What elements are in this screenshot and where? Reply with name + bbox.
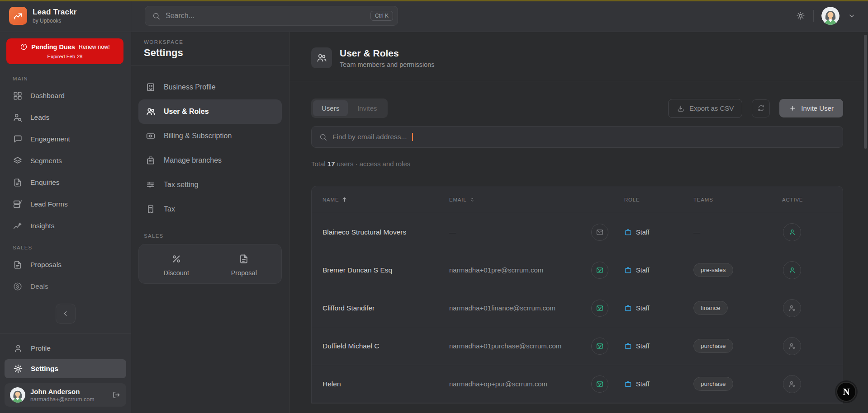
banner-expiry: Expired Feb 28	[11, 54, 119, 59]
sidebar-item-leads[interactable]: Leads	[0, 107, 131, 128]
cell-name: Duffield Michael C	[312, 342, 449, 350]
forms-icon	[13, 199, 23, 209]
settings-item-proposal[interactable]: Proposal	[210, 253, 278, 277]
settings-item-billing[interactable]: Billing & Subscription	[138, 124, 282, 148]
tab-users[interactable]: Users	[313, 100, 348, 116]
tab-invites[interactable]: Invites	[349, 100, 385, 116]
proposals-icon	[13, 260, 23, 270]
active-toggle[interactable]	[783, 299, 801, 317]
user-inactive-icon	[788, 380, 797, 388]
app-title: Lead Trackr	[33, 8, 77, 17]
text-caret	[412, 133, 413, 141]
global-search-input[interactable]: Search... Ctrl K	[145, 6, 398, 26]
file-icon	[13, 178, 23, 188]
cell-name: Bremer Duncan S Esq	[312, 266, 449, 274]
topbar-divider	[813, 10, 814, 22]
sidebar-item-deals[interactable]: Deals	[0, 276, 131, 297]
table-header: NAME EMAIL ROLE TEAMS ACTIVE	[312, 186, 843, 213]
settings-item-tax[interactable]: Tax	[138, 197, 282, 221]
refresh-icon	[757, 104, 765, 113]
theme-toggle-button[interactable]	[796, 11, 806, 21]
invite-user-button[interactable]: Invite User	[779, 99, 843, 117]
chat-icon	[13, 134, 23, 144]
search-icon	[152, 12, 161, 20]
sidebar-item-engagement[interactable]: Engagement	[0, 128, 131, 150]
table-row[interactable]: Clifford Standifer narmadha+01finance@sc…	[312, 289, 843, 327]
briefcase-icon	[624, 342, 632, 350]
email-status-icon[interactable]	[591, 224, 608, 241]
column-header-name[interactable]: NAME	[312, 196, 449, 203]
mail-verified-icon	[596, 304, 604, 312]
vertical-scrollbar[interactable]	[864, 35, 867, 149]
table-row[interactable]: Helen narmadha+op+pur@scrrum.com Staff p…	[312, 365, 843, 403]
tabs: Users Invites	[311, 99, 388, 118]
cell-role-text: Staff	[636, 229, 650, 236]
column-header-active: ACTIVE	[778, 197, 843, 202]
cell-email-text: narmadha+op+pur@scrrum.com	[449, 380, 547, 388]
topbar-avatar[interactable]	[821, 7, 840, 25]
email-status-icon[interactable]	[591, 262, 608, 279]
settings-item-discount[interactable]: Discount	[142, 253, 210, 277]
table-row[interactable]: Duffield Michael C narmadha+01purchase@s…	[312, 327, 843, 365]
find-email-input[interactable]: Find by email address...	[311, 126, 843, 148]
sales-card: Discount Proposal	[138, 244, 282, 284]
column-header-teams: TEAMS	[689, 197, 778, 202]
settings-item-user-roles[interactable]: User & Roles	[138, 99, 282, 124]
users-count: 17	[327, 160, 335, 168]
active-toggle[interactable]	[783, 223, 801, 241]
mail-icon	[596, 228, 604, 236]
table-row[interactable]: Bremer Duncan S Esq narmadha+01pre@scrru…	[312, 251, 843, 289]
table-row[interactable]: Blaineco Structural Movers — Staff —	[312, 213, 843, 251]
account-menu-button[interactable]	[847, 11, 856, 20]
cell-email-text: narmadha+01pre@scrrum.com	[449, 266, 543, 274]
sidebar-item-dashboard[interactable]: Dashboard	[0, 85, 131, 107]
sidebar-item-profile[interactable]: Profile	[5, 339, 126, 358]
nav-section-main: MAIN	[0, 68, 131, 85]
cell-role-text: Staff	[636, 305, 650, 312]
briefcase-icon	[624, 228, 632, 236]
user-name: John Anderson	[30, 388, 95, 395]
sidebar-collapse-button[interactable]	[56, 304, 76, 324]
find-email-placeholder: Find by email address...	[332, 133, 407, 141]
email-status-icon[interactable]	[591, 338, 608, 355]
brand[interactable]: Lead Trackr by Upbooks	[0, 0, 131, 32]
n-badge[interactable]: N	[836, 382, 856, 402]
settings-sales-label: SALES	[131, 221, 289, 244]
sort-asc-icon	[341, 196, 348, 203]
branches-icon	[146, 155, 156, 165]
workspace-label: WORKSPACE	[144, 39, 276, 45]
sidebar-item-settings[interactable]: Settings	[5, 359, 126, 378]
email-status-icon[interactable]	[591, 300, 608, 317]
banner-title: Pending Dues	[31, 43, 75, 51]
team-chip: finance	[693, 301, 728, 315]
settings-item-manage-branches[interactable]: Manage branches	[138, 148, 282, 173]
mail-verified-icon	[596, 342, 604, 350]
active-toggle[interactable]	[783, 261, 801, 279]
settings-item-tax-setting[interactable]: Tax setting	[138, 173, 282, 197]
email-status-icon[interactable]	[591, 375, 608, 393]
column-header-email[interactable]: EMAIL	[449, 197, 621, 203]
pending-dues-banner[interactable]: Pending Dues Renew now! Expired Feb 28	[6, 38, 123, 64]
sidebar-item-lead-forms[interactable]: Lead Forms	[0, 193, 131, 215]
refresh-button[interactable]	[752, 99, 770, 117]
person-icon	[13, 343, 23, 353]
mail-verified-icon	[596, 380, 604, 388]
active-toggle[interactable]	[783, 337, 801, 355]
settings-item-business-profile[interactable]: Business Profile	[138, 75, 282, 99]
banner-renew-link[interactable]: Renew now!	[79, 44, 110, 50]
cell-teams: purchase	[689, 377, 778, 391]
sidebar-footer: Profile Settings John Anderson narmadha+…	[0, 333, 131, 413]
sidebar-item-segments[interactable]: Segments	[0, 150, 131, 172]
user-card[interactable]: John Anderson narmadha+@scrrum.com	[5, 383, 126, 407]
page-top-accent-line	[0, 0, 868, 1]
sidebar-item-proposals[interactable]: Proposals	[0, 254, 131, 276]
briefcase-icon	[624, 380, 632, 388]
sidebar-item-enquiries[interactable]: Enquiries	[0, 172, 131, 193]
topbar: Search... Ctrl K	[131, 0, 868, 32]
layers-icon	[13, 156, 23, 166]
logout-icon[interactable]	[112, 390, 121, 399]
export-csv-button[interactable]: Export as CSV	[668, 99, 742, 118]
cell-role-text: Staff	[636, 380, 650, 388]
active-toggle[interactable]	[783, 375, 801, 393]
sidebar-item-insights[interactable]: Insights	[0, 215, 131, 237]
